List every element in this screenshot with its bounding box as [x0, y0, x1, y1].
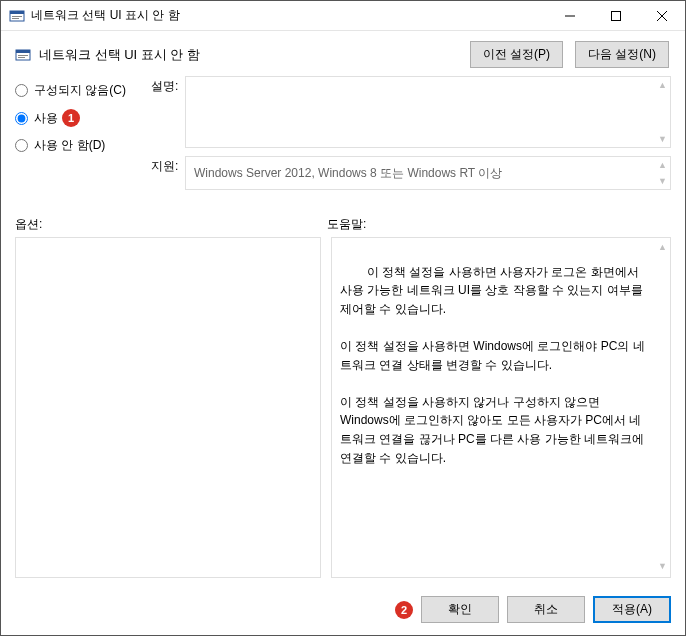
svg-rect-3: [12, 18, 19, 19]
radio-disabled-row: 사용 안 함(D): [15, 137, 143, 154]
section-labels: 옵션: 도움말:: [15, 216, 671, 233]
svg-rect-10: [18, 55, 28, 56]
state-radio-group: 구성되지 않음(C) 사용 1 사용 안 함(D): [15, 76, 143, 198]
help-pane: 이 정책 설정을 사용하면 사용자가 로그온 화면에서 사용 가능한 네트워크 …: [331, 237, 671, 578]
radio-not-configured-label[interactable]: 구성되지 않음(C): [34, 82, 126, 99]
supported-value: Windows Server 2012, Windows 8 또는 Window…: [194, 165, 502, 182]
ok-button[interactable]: 확인: [421, 596, 499, 623]
description-column: 설명: ▲ ▼ 지원: Windows Server 2012, Windows…: [151, 76, 671, 198]
scroll-down-icon: ▼: [658, 560, 667, 574]
annotation-badge-2: 2: [395, 601, 413, 619]
description-textarea[interactable]: ▲ ▼: [185, 76, 671, 148]
description-label: 설명:: [151, 76, 185, 95]
policy-icon: [15, 47, 31, 63]
svg-rect-9: [16, 50, 30, 53]
supported-field: 지원: Windows Server 2012, Windows 8 또는 Wi…: [151, 156, 671, 190]
scroll-up-icon: ▲: [658, 241, 667, 255]
previous-setting-button[interactable]: 이전 설정(P): [470, 41, 563, 68]
svg-rect-11: [18, 57, 25, 58]
supported-readonly: Windows Server 2012, Windows 8 또는 Window…: [185, 156, 671, 190]
radio-not-configured[interactable]: [15, 84, 28, 97]
options-pane[interactable]: [15, 237, 321, 578]
window-title: 네트워크 선택 UI 표시 안 함: [31, 7, 547, 24]
close-button[interactable]: [639, 1, 685, 30]
ok-button-label: 확인: [448, 602, 472, 616]
options-section-label: 옵션:: [15, 216, 327, 233]
scroll-up-icon: ▲: [658, 80, 667, 90]
radio-enabled[interactable]: [15, 112, 28, 125]
cancel-button[interactable]: 취소: [507, 596, 585, 623]
apply-button-label: 적용(A): [612, 602, 652, 616]
header-row: 네트워크 선택 UI 표시 안 함 이전 설정(P) 다음 설정(N): [1, 31, 685, 76]
cancel-button-label: 취소: [534, 602, 558, 616]
svg-rect-1: [10, 11, 24, 14]
svg-rect-5: [612, 11, 621, 20]
radio-disabled-label[interactable]: 사용 안 함(D): [34, 137, 105, 154]
dialog-footer: 2 확인 취소 적용(A): [1, 588, 685, 635]
next-setting-label: 다음 설정(N): [588, 47, 656, 61]
titlebar: 네트워크 선택 UI 표시 안 함: [1, 1, 685, 31]
top-section: 구성되지 않음(C) 사용 1 사용 안 함(D) 설명: ▲: [15, 76, 671, 198]
app-icon: [9, 8, 25, 24]
radio-enabled-row: 사용 1: [15, 109, 143, 127]
scroll-down-icon: ▼: [658, 134, 667, 144]
next-setting-button[interactable]: 다음 설정(N): [575, 41, 669, 68]
help-text: 이 정책 설정을 사용하면 사용자가 로그온 화면에서 사용 가능한 네트워크 …: [340, 265, 647, 465]
annotation-badge-1: 1: [62, 109, 80, 127]
panes: 이 정책 설정을 사용하면 사용자가 로그온 화면에서 사용 가능한 네트워크 …: [15, 237, 671, 578]
policy-title: 네트워크 선택 UI 표시 안 함: [39, 46, 470, 64]
scroll-down-icon: ▼: [658, 176, 667, 186]
radio-enabled-label[interactable]: 사용: [34, 110, 58, 127]
content-area: 구성되지 않음(C) 사용 1 사용 안 함(D) 설명: ▲: [1, 76, 685, 588]
help-section-label: 도움말:: [327, 216, 671, 233]
maximize-button[interactable]: [593, 1, 639, 30]
supported-label: 지원:: [151, 156, 185, 175]
nav-buttons: 이전 설정(P) 다음 설정(N): [470, 41, 669, 68]
svg-rect-2: [12, 16, 22, 17]
scroll-up-icon: ▲: [658, 160, 667, 170]
radio-not-configured-row: 구성되지 않음(C): [15, 82, 143, 99]
apply-button[interactable]: 적용(A): [593, 596, 671, 623]
previous-setting-label: 이전 설정(P): [483, 47, 550, 61]
minimize-button[interactable]: [547, 1, 593, 30]
policy-editor-window: 네트워크 선택 UI 표시 안 함 네트워크 선택 UI 표시 안 함: [0, 0, 686, 636]
radio-disabled[interactable]: [15, 139, 28, 152]
window-controls: [547, 1, 685, 30]
description-field: 설명: ▲ ▼: [151, 76, 671, 148]
